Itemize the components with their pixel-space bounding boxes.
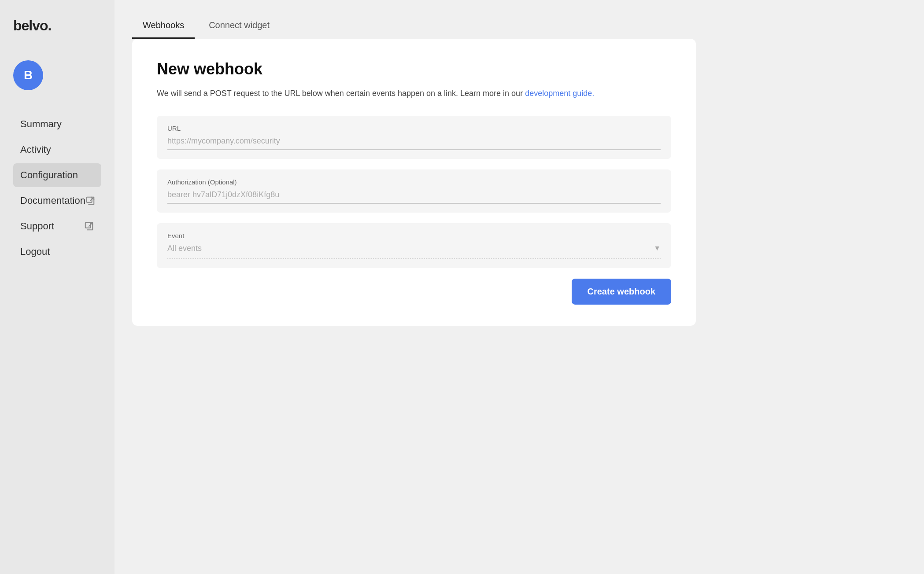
form-title: New webhook [157,60,671,78]
external-link-icon-documentation [85,195,95,206]
sidebar-item-activity[interactable]: Activity [13,138,101,162]
external-link-icon-support [84,221,94,232]
event-field-container: Event All events ▼ [157,223,671,268]
url-input[interactable] [167,136,661,150]
main-content: Webhooks Connect widget New webhook We w… [115,0,924,574]
event-label: Event [167,232,661,239]
webhook-form-card: New webhook We will send a POST request … [132,39,696,326]
event-select[interactable]: All events ▼ [167,244,661,259]
sidebar: belvo. B Summary Activity Configuration … [0,0,115,574]
sidebar-item-documentation[interactable]: Documentation [13,189,101,213]
auth-label: Authorization (Optional) [167,178,661,186]
sidebar-item-logout[interactable]: Logout [13,240,101,264]
tab-webhooks[interactable]: Webhooks [132,13,195,39]
sidebar-item-support[interactable]: Support [13,214,101,238]
logo: belvo. [13,18,101,34]
create-webhook-button[interactable]: Create webhook [572,279,671,305]
tab-connect-widget[interactable]: Connect widget [198,13,280,39]
auth-input[interactable] [167,190,661,204]
sidebar-item-summary[interactable]: Summary [13,112,101,136]
chevron-down-icon: ▼ [654,244,661,252]
sidebar-nav: Summary Activity Configuration Documenta… [13,112,101,265]
auth-field-container: Authorization (Optional) [157,169,671,213]
form-actions: Create webhook [157,279,671,305]
url-field-container: URL [157,116,671,159]
tab-bar: Webhooks Connect widget [132,13,906,39]
form-fields: URL Authorization (Optional) Event All e… [157,116,671,305]
avatar: B [13,60,43,90]
form-description: We will send a POST request to the URL b… [157,87,671,100]
event-select-value: All events [167,244,202,253]
url-label: URL [167,125,661,132]
development-guide-link[interactable]: development guide. [525,89,594,98]
sidebar-item-configuration[interactable]: Configuration [13,163,101,187]
